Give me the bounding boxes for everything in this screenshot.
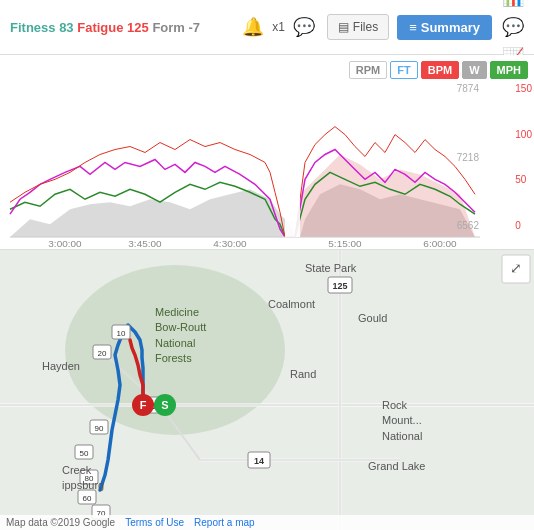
summary-icon: ≡ xyxy=(409,20,417,35)
medicine-bow-label: MedicineBow-RouttNationalForests xyxy=(155,305,206,367)
state-park-label: State Park xyxy=(305,262,356,274)
svg-text:6:00:00: 6:00:00 xyxy=(423,238,457,249)
files-label: Files xyxy=(353,20,378,34)
bpm-button[interactable]: BPM xyxy=(421,61,459,79)
chat-icon: 💬 xyxy=(293,16,315,38)
creek-label: Creekippsburg xyxy=(62,463,104,494)
files-button[interactable]: ▤ Files xyxy=(327,14,389,40)
terms-link[interactable]: Terms of Use xyxy=(125,517,184,528)
files-icon: ▤ xyxy=(338,20,349,34)
svg-text:S: S xyxy=(161,399,168,411)
map-footer: Map data ©2019 Google Terms of Use Repor… xyxy=(0,515,534,530)
map-data-text: Map data ©2019 Google xyxy=(6,517,115,528)
chart-area: RPM FT BPM W MPH 150 100 50 0 7874 7218 … xyxy=(0,55,534,250)
y-left-7218: 7218 xyxy=(2,152,479,163)
hayden-label: Hayden xyxy=(42,360,80,372)
svg-text:90: 90 xyxy=(95,424,104,433)
bar-chart-icon[interactable]: 📊 xyxy=(502,0,524,8)
fitness-label: Fitness xyxy=(10,20,59,35)
icon-group: 🔔 x1 💬 xyxy=(242,16,315,38)
report-link[interactable]: Report a map xyxy=(194,517,255,528)
top-bar: Fitness 83 Fatigue 125 Form -7 🔔 x1 💬 ▤ … xyxy=(0,0,534,55)
svg-text:20: 20 xyxy=(98,349,107,358)
summary-button[interactable]: ≡ Summary xyxy=(397,15,492,40)
y-right-0: 0 xyxy=(515,220,532,231)
svg-text:4:30:00: 4:30:00 xyxy=(213,238,247,249)
ft-button[interactable]: FT xyxy=(390,61,417,79)
y-right-50: 50 xyxy=(515,174,532,185)
summary-label: Summary xyxy=(421,20,480,35)
svg-text:⤢: ⤢ xyxy=(510,260,522,276)
svg-text:F: F xyxy=(140,399,147,411)
coalmont-label: Coalmont xyxy=(268,298,315,310)
svg-text:10: 10 xyxy=(117,329,126,338)
fitness-stats: Fitness 83 Fatigue 125 Form -7 xyxy=(10,20,242,35)
form-value: -7 xyxy=(189,20,201,35)
y-axis-right: 150 100 50 0 xyxy=(515,83,532,231)
w-button[interactable]: W xyxy=(462,61,486,79)
fatigue-value: 125 xyxy=(127,20,149,35)
svg-text:125: 125 xyxy=(332,281,347,291)
rocky-mountain-label: RockMount...National xyxy=(382,398,422,444)
comment-icon[interactable]: 💬 xyxy=(502,16,524,38)
y-right-150: 150 xyxy=(515,83,532,94)
svg-text:3:00:00: 3:00:00 xyxy=(48,238,82,249)
mph-button[interactable]: MPH xyxy=(490,61,528,79)
fitness-value: 83 xyxy=(59,20,73,35)
gould-label: Gould xyxy=(358,312,387,324)
svg-text:3:45:00: 3:45:00 xyxy=(128,238,162,249)
y-left-6562: 6562 xyxy=(2,220,479,231)
svg-text:5:15:00: 5:15:00 xyxy=(328,238,362,249)
form-label: Form xyxy=(152,20,188,35)
svg-text:14: 14 xyxy=(254,456,264,466)
svg-text:50: 50 xyxy=(80,449,89,458)
grand-lake-label: Grand Lake xyxy=(368,460,425,472)
rand-label: Rand xyxy=(290,368,316,380)
multiplier-label: x1 xyxy=(272,20,285,34)
svg-text:60: 60 xyxy=(83,494,92,503)
y-axis-left: 7874 7218 6562 xyxy=(2,83,479,231)
bell-icon: 🔔 xyxy=(242,16,264,38)
rpm-button[interactable]: RPM xyxy=(349,61,387,79)
chart-controls: RPM FT BPM W MPH xyxy=(349,61,528,79)
fatigue-label: Fatigue xyxy=(77,20,127,35)
y-left-7874: 7874 xyxy=(2,83,479,94)
y-right-100: 100 xyxy=(515,129,532,140)
map-area: 40 125 14 S F 20 10 90 50 80 60 xyxy=(0,250,534,530)
